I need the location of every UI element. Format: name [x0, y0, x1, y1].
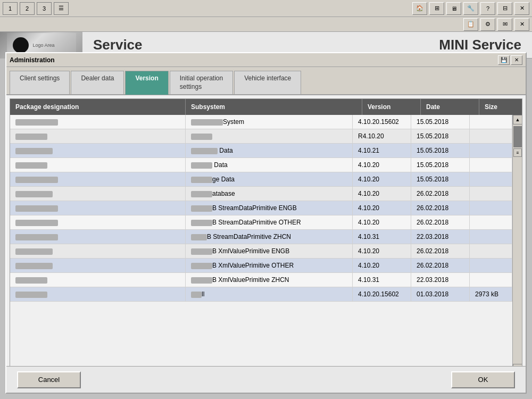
cancel-button[interactable]: Cancel — [17, 371, 81, 388]
cell-date: 15.05.2018 — [411, 172, 470, 187]
table-row: ████████ ████ge Data 4.10.20 15.05.2018 — [10, 172, 512, 187]
cell-package: ███████ — [10, 259, 186, 273]
table-row: ███████ █████ Data 4.10.21 15.05.2018 — [10, 144, 512, 158]
table-row: ██████ ████ Data 4.10.20 15.05.2018 — [10, 158, 512, 172]
cell-date: 15.05.2018 — [411, 144, 470, 158]
tools-button[interactable]: 🔧 — [463, 2, 478, 15]
table-row: ████████ ██████System 4.10.20.15602 15.0… — [10, 115, 512, 129]
second-toolbar: 📋 ⚙ ✉ ✕ — [0, 17, 532, 32]
col-size: Size — [479, 99, 522, 115]
cell-date: 26.02.2018 — [411, 187, 470, 201]
cell-subsystem: ████B StreamDataPrimitive OTHER — [186, 215, 353, 230]
service-title: Service — [82, 37, 153, 53]
grid-button[interactable]: ⊞ — [429, 2, 444, 15]
cell-date: 26.02.2018 — [411, 215, 470, 230]
cell-size — [470, 172, 512, 187]
cell-size — [470, 187, 512, 201]
scroll-up-button[interactable]: ▲ — [513, 115, 522, 124]
table-row: ███████ ████B XmlValuePrimitive ENGB 4.1… — [10, 244, 512, 259]
scrollbar[interactable]: ▲ ≡ ▼ — [512, 115, 522, 373]
cell-size — [470, 244, 512, 259]
cell-version: 4.10.20 — [353, 172, 411, 187]
table-body: ████████ ██████System 4.10.20.15602 15.0… — [10, 115, 512, 373]
cell-version: 4.10.20 — [353, 259, 411, 273]
tab-vehicle-interface[interactable]: Vehicle interface — [234, 71, 301, 95]
col-version: Version — [362, 99, 421, 115]
dialog-title-buttons: 💾 ✕ — [498, 55, 522, 65]
cell-package: ████████ — [10, 115, 186, 129]
tab-version[interactable]: Version — [125, 71, 168, 95]
home-button[interactable]: 🏠 — [412, 2, 427, 15]
scroll-thumb[interactable] — [513, 126, 522, 147]
cell-size: 2973 kB — [470, 287, 512, 302]
table-row: ████████ ████B StreamDataPrimitive OTHER… — [10, 215, 512, 230]
table-row: ██████ ██ll 4.10.20.15602 01.03.2018 297… — [10, 287, 512, 302]
email-button[interactable]: ✉ — [497, 18, 512, 31]
settings-button[interactable]: ⚙ — [480, 18, 495, 31]
ok-button[interactable]: OK — [451, 371, 515, 388]
mini-service-title: MINI Service — [428, 37, 532, 53]
minimize-button[interactable]: ⊟ — [497, 2, 512, 15]
top-toolbar: 1 2 3 ☰ 🏠 ⊞ 🖥 🔧 ? ⊟ ✕ — [0, 0, 532, 17]
cell-package: ███████ — [10, 187, 186, 201]
scroll-grip[interactable]: ≡ — [513, 148, 522, 157]
table-row: ████████ ███B StreamDataPrimitive ZHCN 4… — [10, 230, 512, 244]
tab-dealer-data[interactable]: Dealer data — [71, 71, 124, 95]
tab-initial-operation[interactable]: Initial operationsettings — [170, 71, 233, 95]
table-row: ██████ ████B XmlValuePrimitive ZHCN 4.10… — [10, 273, 512, 287]
table-header: Package designation Subsystem Version Da… — [10, 99, 522, 115]
cell-size — [470, 215, 512, 230]
table-scroll-area: ████████ ██████System 4.10.20.15602 15.0… — [10, 115, 522, 373]
cell-size — [470, 259, 512, 273]
help-button[interactable]: ? — [480, 2, 495, 15]
table-row: ████████ ████B StreamDataPrimitive ENGB … — [10, 201, 512, 215]
close-second-button[interactable]: ✕ — [514, 18, 529, 31]
cell-subsystem: ████B XmlValuePrimitive ENGB — [186, 244, 353, 259]
cell-size — [470, 158, 512, 172]
cell-subsystem: ██ll — [186, 287, 353, 302]
cell-subsystem: ████ Data — [186, 158, 353, 172]
toolbar-btn-2[interactable]: 2 — [20, 2, 35, 15]
cell-version: R4.10.20 — [353, 129, 411, 144]
cell-date: 15.05.2018 — [411, 158, 470, 172]
cell-package: ██████ — [10, 129, 186, 144]
administration-dialog: Administration 💾 ✕ Client settings Deale… — [5, 52, 527, 394]
cell-subsystem: ████ge Data — [186, 172, 353, 187]
cell-version: 4.10.20.15602 — [353, 287, 411, 302]
cell-version: 4.10.20 — [353, 187, 411, 201]
cell-date: 22.03.2018 — [411, 273, 470, 287]
cell-date: 26.02.2018 — [411, 201, 470, 215]
cell-package: ██████ — [10, 273, 186, 287]
table-row: ██████ ████ R4.10.20 15.05.2018 — [10, 129, 512, 144]
toolbar-btn-3[interactable]: 3 — [37, 2, 52, 15]
col-subsystem: Subsystem — [186, 99, 362, 115]
cell-date: 26.02.2018 — [411, 244, 470, 259]
toolbar-btn-1[interactable]: 1 — [3, 2, 18, 15]
cell-version: 4.10.31 — [353, 230, 411, 244]
tab-client-settings[interactable]: Client settings — [10, 71, 70, 95]
dialog-title: Administration — [10, 56, 55, 64]
table-row: ███████ ████atabase 4.10.20 26.02.2018 — [10, 187, 512, 201]
cell-date: 22.03.2018 — [411, 230, 470, 244]
col-package: Package designation — [10, 99, 186, 115]
dialog-close-button[interactable]: ✕ — [511, 55, 522, 65]
cell-package: ████████ — [10, 201, 186, 215]
cell-size — [470, 273, 512, 287]
cell-package: ████████ — [10, 172, 186, 187]
clipboard-button[interactable]: 📋 — [463, 18, 478, 31]
screen-button[interactable]: 🖥 — [446, 2, 461, 15]
cell-size — [470, 129, 512, 144]
toolbar-btn-list[interactable]: ☰ — [54, 2, 69, 15]
cell-package: ████████ — [10, 230, 186, 244]
cell-subsystem: ████atabase — [186, 187, 353, 201]
cell-version: 4.10.20.15602 — [353, 115, 411, 129]
cell-size — [470, 115, 512, 129]
scroll-track: ≡ — [513, 124, 522, 364]
version-table: Package designation Subsystem Version Da… — [10, 98, 522, 374]
close-top-button[interactable]: ✕ — [514, 2, 529, 15]
dialog-save-button[interactable]: 💾 — [498, 55, 510, 65]
cell-version: 4.10.21 — [353, 144, 411, 158]
table-row: ███████ ████B XmlValuePrimitive OTHER 4.… — [10, 259, 512, 273]
toolbar-right: 🏠 ⊞ 🖥 🔧 ? ⊟ ✕ — [412, 2, 529, 15]
cell-subsystem: ████B XmlValuePrimitive ZHCN — [186, 273, 353, 287]
